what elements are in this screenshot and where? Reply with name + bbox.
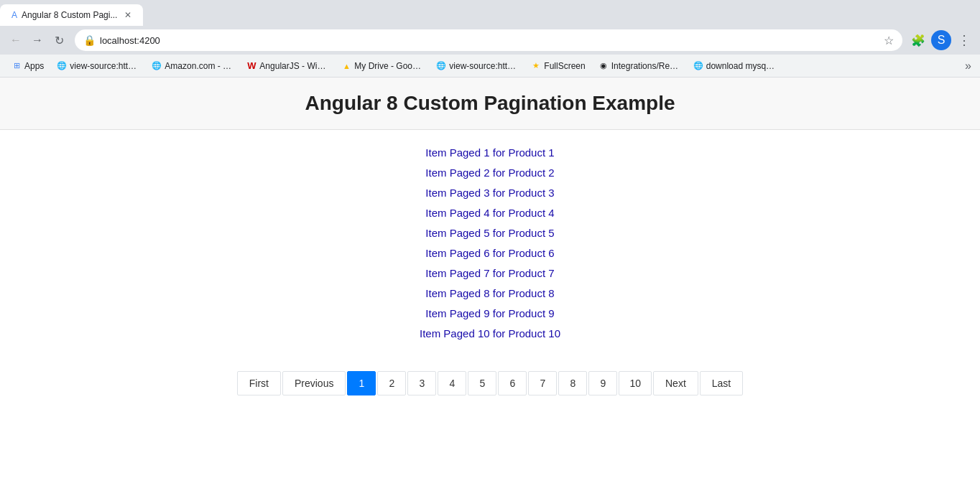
list-item: Item Paged 8 for Product 8 bbox=[425, 285, 554, 302]
back-button[interactable]: ← bbox=[6, 30, 26, 50]
bookmark-favicon-5: 🌐 bbox=[436, 61, 446, 71]
list-item: Item Paged 1 for Product 1 bbox=[425, 144, 554, 161]
page-button-3[interactable]: 3 bbox=[407, 371, 436, 395]
page-button-10[interactable]: 10 bbox=[619, 371, 652, 395]
bookmark-fullscreen[interactable]: ★ FullScreen bbox=[525, 58, 591, 74]
bookmark-label-1: view-source:https://... bbox=[70, 61, 139, 71]
page-content: Item Paged 1 for Product 1 Item Paged 2 … bbox=[0, 130, 980, 410]
page-button-6[interactable]: 6 bbox=[498, 371, 527, 395]
page-button-7[interactable]: 7 bbox=[528, 371, 557, 395]
bookmark-favicon-1: 🌐 bbox=[57, 61, 67, 71]
profile-button[interactable]: S bbox=[931, 30, 951, 50]
page-button-2[interactable]: 2 bbox=[377, 371, 406, 395]
bookmark-view-source-1[interactable]: 🌐 view-source:https://... bbox=[51, 58, 144, 74]
toolbar-icons: 🧩 S ⋮ bbox=[908, 30, 974, 50]
bookmark-apps-label: Apps bbox=[24, 61, 44, 71]
bookmark-label-5: view-source:https://... bbox=[449, 61, 518, 71]
next-button[interactable]: Next bbox=[653, 371, 698, 395]
bookmark-label-7: Integrations/Report... bbox=[611, 61, 680, 71]
extensions-button[interactable]: 🧩 bbox=[908, 30, 928, 50]
tab-label: Angular 8 Custom Pagi... bbox=[22, 10, 117, 20]
nav-buttons: ← → ↻ bbox=[6, 30, 69, 50]
page-title: Angular 8 Custom Pagination Example bbox=[14, 92, 966, 115]
tab-bar: A Angular 8 Custom Pagi... ✕ bbox=[0, 0, 980, 26]
list-item: Item Paged 4 for Product 4 bbox=[425, 205, 554, 222]
list-item: Item Paged 3 for Product 3 bbox=[425, 184, 554, 202]
page-header: Angular 8 Custom Pagination Example bbox=[0, 78, 980, 130]
bookmark-favicon-7: ◉ bbox=[598, 61, 609, 71]
page-button-9[interactable]: 9 bbox=[588, 371, 617, 395]
list-item: Item Paged 6 for Product 6 bbox=[425, 245, 554, 262]
list-item: Item Paged 10 for Product 10 bbox=[420, 325, 560, 342]
bookmark-favicon-2: 🌐 bbox=[152, 61, 162, 71]
browser-top-bar: ← → ↻ 🔒 localhost:4200 ☆ 🧩 S ⋮ bbox=[0, 26, 980, 55]
pagination: First Previous 1 2 3 4 5 6 7 8 9 10 Next… bbox=[237, 371, 744, 395]
bookmark-amazon[interactable]: 🌐 Amazon.com - Mar... bbox=[146, 58, 239, 74]
bookmark-integrations[interactable]: ◉ Integrations/Report... bbox=[593, 58, 686, 74]
bookmark-apps[interactable]: ⊞ Apps bbox=[6, 58, 50, 74]
first-button[interactable]: First bbox=[237, 371, 281, 395]
bookmark-favicon-6: ★ bbox=[531, 61, 541, 71]
address-bar[interactable]: 🔒 localhost:4200 ☆ bbox=[75, 29, 902, 51]
reload-button[interactable]: ↻ bbox=[49, 30, 69, 50]
bookmark-favicon-4: ▲ bbox=[341, 61, 351, 71]
page-button-8[interactable]: 8 bbox=[558, 371, 587, 395]
items-list: Item Paged 1 for Product 1 Item Paged 2 … bbox=[420, 144, 560, 342]
list-item: Item Paged 9 for Product 9 bbox=[425, 305, 554, 322]
bookmark-label-4: My Drive - Google... bbox=[354, 61, 423, 71]
bookmark-label-6: FullScreen bbox=[544, 61, 585, 71]
page-wrapper: Angular 8 Custom Pagination Example Item… bbox=[0, 78, 980, 501]
menu-button[interactable]: ⋮ bbox=[954, 30, 974, 50]
page-button-1[interactable]: 1 bbox=[347, 371, 376, 395]
star-icon[interactable]: ☆ bbox=[884, 34, 894, 47]
bookmarks-more-icon[interactable]: » bbox=[962, 57, 974, 75]
bookmarks-bar: ⊞ Apps 🌐 view-source:https://... 🌐 Amazo… bbox=[0, 55, 980, 78]
bookmark-favicon-3: W bbox=[246, 61, 256, 71]
list-item: Item Paged 7 for Product 7 bbox=[425, 265, 554, 282]
bookmark-label-8: download mysql w... bbox=[706, 61, 775, 71]
apps-icon: ⊞ bbox=[11, 61, 22, 71]
bookmark-angularjs[interactable]: W AngularJS - Wikipe... bbox=[241, 58, 334, 74]
forward-button[interactable]: → bbox=[27, 30, 47, 50]
browser-chrome: A Angular 8 Custom Pagi... ✕ ← → ↻ 🔒 loc… bbox=[0, 0, 980, 78]
bookmark-view-source-2[interactable]: 🌐 view-source:https://... bbox=[430, 58, 524, 74]
previous-button[interactable]: Previous bbox=[282, 371, 346, 395]
bookmark-favicon-8: 🌐 bbox=[693, 61, 703, 71]
browser-tab[interactable]: A Angular 8 Custom Pagi... ✕ bbox=[0, 4, 143, 26]
page-button-4[interactable]: 4 bbox=[438, 371, 466, 395]
list-item: Item Paged 2 for Product 2 bbox=[425, 164, 554, 182]
tab-favicon: A bbox=[11, 10, 17, 20]
list-item: Item Paged 5 for Product 5 bbox=[425, 225, 554, 242]
tab-close-icon[interactable]: ✕ bbox=[124, 10, 131, 20]
page-button-5[interactable]: 5 bbox=[468, 371, 496, 395]
bookmark-label-3: AngularJS - Wikipe... bbox=[259, 61, 328, 71]
bookmark-label-2: Amazon.com - Mar... bbox=[165, 61, 234, 71]
last-button[interactable]: Last bbox=[700, 371, 743, 395]
lock-icon: 🔒 bbox=[83, 34, 96, 46]
url-text: localhost:4200 bbox=[100, 35, 879, 46]
bookmark-mysql[interactable]: 🌐 download mysql w... bbox=[688, 58, 781, 74]
bookmark-google-drive[interactable]: ▲ My Drive - Google... bbox=[336, 58, 429, 74]
